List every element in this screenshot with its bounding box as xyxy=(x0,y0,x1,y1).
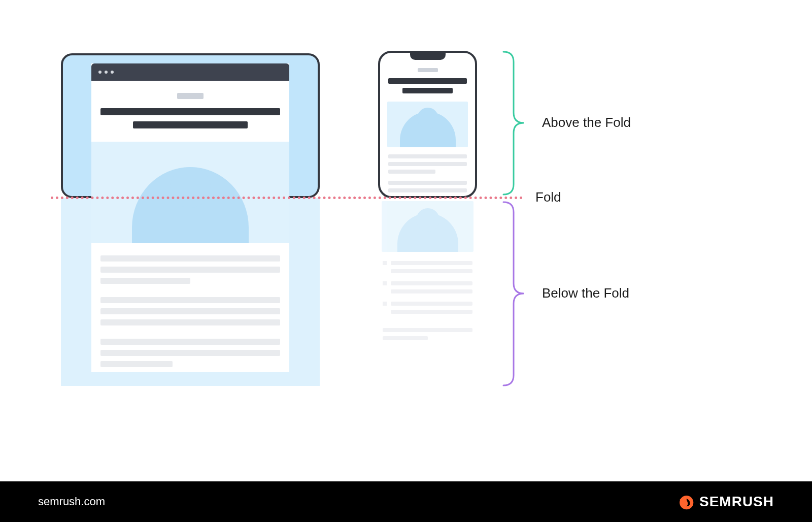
hero-image-placeholder xyxy=(416,208,439,232)
footer-bar: semrush.com SEMRUSH xyxy=(0,481,812,522)
paragraph-line xyxy=(100,267,280,273)
window-dot-icon xyxy=(98,71,101,74)
paragraph-line xyxy=(100,308,280,314)
mobile-device-frame xyxy=(378,51,477,198)
desktop-hero xyxy=(91,142,289,243)
desktop-header-block xyxy=(91,81,289,128)
mobile-below-fold xyxy=(382,201,473,345)
subheadline-placeholder xyxy=(133,121,248,128)
paragraph-line xyxy=(388,170,435,174)
below-fold-label: Below the Fold xyxy=(542,285,629,301)
eyebrow-placeholder xyxy=(418,68,438,72)
mobile-list-block xyxy=(382,252,473,340)
paragraph-line xyxy=(100,297,280,303)
list-item xyxy=(383,302,472,306)
bullet-icon xyxy=(383,281,387,285)
below-fold-bracket xyxy=(501,201,527,386)
semrush-fire-icon xyxy=(677,493,694,510)
hero-image-placeholder xyxy=(417,108,438,129)
brand-name: SEMRUSH xyxy=(699,494,774,510)
bullet-icon xyxy=(383,261,387,265)
paragraph-line xyxy=(100,361,173,367)
desktop-body-text xyxy=(91,243,289,367)
paragraph-line xyxy=(388,154,467,158)
bullet-icon xyxy=(383,302,387,306)
list-item xyxy=(383,261,472,265)
paragraph-line xyxy=(100,350,280,356)
above-fold-bracket xyxy=(501,51,527,195)
paragraph-line xyxy=(100,339,280,345)
mobile-body-text xyxy=(380,147,475,192)
window-dot-icon xyxy=(111,71,114,74)
phone-notch xyxy=(410,52,446,60)
paragraph-line xyxy=(388,162,467,166)
headline-placeholder xyxy=(388,78,467,84)
paragraph-line xyxy=(391,310,472,314)
browser-titlebar xyxy=(91,63,289,81)
footer-url: semrush.com xyxy=(38,495,105,508)
window-dot-icon xyxy=(105,71,108,74)
paragraph-line xyxy=(383,328,472,332)
desktop-page xyxy=(91,63,289,372)
above-fold-label: Above the Fold xyxy=(542,115,631,130)
hero-image-placeholder xyxy=(170,167,211,208)
eyebrow-placeholder xyxy=(177,93,204,99)
mobile-hero xyxy=(387,102,468,147)
brand-lockup: SEMRUSH xyxy=(677,493,774,510)
paragraph-line xyxy=(388,188,467,192)
subheadline-placeholder xyxy=(402,88,453,93)
paragraph-line xyxy=(100,278,190,284)
fold-line xyxy=(51,197,523,199)
fold-label: Fold xyxy=(535,189,561,205)
paragraph-line xyxy=(100,319,280,325)
list-item xyxy=(383,281,472,285)
paragraph-line xyxy=(388,181,467,185)
mobile-hero-2 xyxy=(382,201,473,252)
paragraph-line xyxy=(100,255,280,262)
paragraph-line xyxy=(391,269,472,273)
headline-placeholder xyxy=(100,108,280,115)
paragraph-line xyxy=(391,289,472,293)
paragraph-line xyxy=(383,336,428,340)
